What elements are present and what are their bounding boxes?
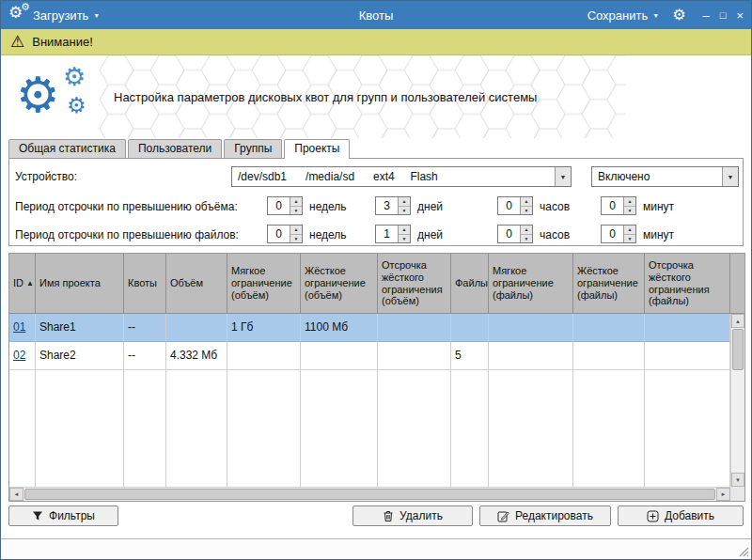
- spin-up-button[interactable]: ▲: [290, 197, 302, 207]
- column-header-grace-files[interactable]: Отсрочка жёсткого ограничения (файлы): [645, 254, 730, 314]
- tab-users[interactable]: Пользователи: [128, 139, 222, 158]
- scroll-up-button[interactable]: ▲: [731, 314, 744, 328]
- spin-up-button[interactable]: ▲: [399, 226, 410, 235]
- cell-project-name: Share2: [36, 342, 124, 370]
- spinner-value: 0: [498, 226, 520, 242]
- column-header-label: ID: [13, 277, 24, 289]
- weeks-unit-label: недель: [309, 200, 347, 213]
- volume-days-spinner[interactable]: 3 ▲▼: [375, 196, 411, 215]
- spin-down-button[interactable]: ▼: [290, 207, 302, 215]
- save-button[interactable]: Сохранить ▼: [588, 8, 660, 23]
- column-header-hard-limit-volume[interactable]: Жёсткое ограничение (объём): [301, 254, 378, 314]
- spin-down-button[interactable]: ▼: [290, 235, 302, 243]
- files-days-spinner[interactable]: 1 ▲▼: [375, 225, 411, 243]
- table-header: ID ▲ Имя проекта Квоты Объём Мягкое огра…: [9, 254, 730, 314]
- spin-up-button[interactable]: ▲: [521, 226, 532, 235]
- spin-up-button[interactable]: ▲: [624, 226, 635, 235]
- volume-weeks-spinner[interactable]: 0 ▲▼: [267, 196, 303, 215]
- scroll-left-button[interactable]: ◄: [9, 488, 24, 501]
- spin-down-button[interactable]: ▼: [624, 207, 635, 215]
- spin-down-button[interactable]: ▼: [521, 207, 532, 215]
- volume-minutes-spinner[interactable]: 0 ▲▼: [601, 196, 636, 215]
- spin-up-button[interactable]: ▲: [399, 197, 410, 207]
- cell-grace-files: [645, 314, 730, 342]
- edit-button[interactable]: Редактировать: [479, 506, 611, 526]
- column-header-soft-limit-volume[interactable]: Мягкое ограничение (объём): [227, 254, 301, 314]
- add-button-label: Добавить: [665, 509, 714, 522]
- filters-button[interactable]: Фильтры: [8, 506, 118, 526]
- vertical-scrollbar[interactable]: ▲ ▼: [730, 314, 744, 487]
- files-weeks-spinner[interactable]: 0 ▲▼: [267, 225, 303, 243]
- row-id-link[interactable]: 01: [13, 320, 25, 334]
- warning-icon: ⚠: [10, 34, 24, 50]
- quota-status-select[interactable]: Включено ▼: [591, 166, 739, 187]
- column-header-volume[interactable]: Объём: [166, 254, 227, 314]
- edit-button-label: Редактировать: [515, 509, 593, 522]
- spin-down-button[interactable]: ▼: [399, 207, 410, 215]
- gear-icon: ⚙: [63, 65, 86, 90]
- device-label: Устройство:: [15, 170, 77, 183]
- gear-icon: ⚙: [21, 2, 30, 12]
- chevron-down-icon: ▼: [555, 167, 571, 186]
- spin-up-button[interactable]: ▲: [521, 197, 532, 207]
- add-button[interactable]: Добавить: [618, 506, 744, 526]
- load-button[interactable]: Загрузить ▼: [33, 8, 100, 23]
- spacer: [118, 506, 352, 526]
- delete-button[interactable]: Удалить: [352, 506, 473, 526]
- close-button[interactable]: ×: [736, 9, 744, 22]
- column-header-soft-limit-files[interactable]: Мягкое ограничение (файлы): [489, 254, 573, 314]
- spin-up-button[interactable]: ▲: [624, 197, 635, 207]
- files-hours-spinner[interactable]: 0 ▲▼: [497, 225, 533, 243]
- column-header-quotas[interactable]: Квоты: [124, 254, 166, 314]
- device-select[interactable]: /dev/sdb1 /media/sd ext4 Flash ▼: [231, 166, 572, 187]
- tab-projects[interactable]: Проекты: [284, 139, 350, 159]
- load-button-label: Загрузить: [33, 8, 88, 23]
- cell-soft-limit-volume: 1 Гб: [227, 314, 301, 342]
- spin-down-button[interactable]: ▼: [624, 235, 635, 243]
- chevron-down-icon: ▼: [652, 12, 659, 19]
- cell-id: 02: [9, 342, 36, 370]
- table-row[interactable]: 02 Share2 -- 4.332 Мб 5: [9, 342, 730, 370]
- warning-banner: ⚠ Внимание!: [1, 29, 751, 55]
- grace-files-label: Период отсрочки по превышению файлов:: [15, 228, 239, 241]
- column-header-grace-volume[interactable]: Отсрочка жёсткого ограничения (объём): [378, 254, 451, 314]
- cell-grace-files: [645, 342, 730, 370]
- column-header-files[interactable]: Файлы: [451, 254, 489, 314]
- column-header-project-name[interactable]: Имя проекта: [36, 254, 124, 314]
- days-unit-label: дней: [417, 200, 443, 213]
- add-plus-icon: [647, 510, 659, 522]
- hours-unit-label: часов: [540, 228, 570, 241]
- table-row[interactable]: 01 Share1 -- 1 Гб 1100 Мб: [9, 314, 730, 342]
- chevron-down-icon: ▼: [93, 12, 100, 19]
- gear-icon: ⚙: [67, 95, 86, 117]
- scroll-down-button[interactable]: ▼: [731, 473, 744, 487]
- cell-soft-limit-files: [489, 342, 573, 370]
- cell-hard-limit-files: [573, 314, 645, 342]
- horizontal-scrollbar[interactable]: ◄ ►: [9, 487, 730, 501]
- cell-files: 5: [451, 342, 489, 370]
- tab-general-statistics[interactable]: Общая статистика: [8, 139, 126, 158]
- hours-unit-label: часов: [540, 200, 570, 213]
- minutes-unit-label: минут: [643, 200, 674, 213]
- resize-grip[interactable]: [738, 546, 749, 557]
- row-id-link[interactable]: 02: [13, 349, 25, 362]
- column-header-hard-limit-files[interactable]: Жёсткое ограничение (файлы): [573, 254, 645, 314]
- scroll-right-button[interactable]: ►: [716, 488, 730, 501]
- cell-grace-volume: [378, 342, 451, 370]
- tab-groups[interactable]: Группы: [224, 139, 282, 158]
- spin-up-button[interactable]: ▲: [290, 226, 302, 235]
- column-header-id[interactable]: ID ▲: [9, 254, 36, 314]
- spin-down-button[interactable]: ▼: [399, 235, 410, 243]
- cell-soft-limit-files: [489, 314, 573, 342]
- settings-gear-icon[interactable]: ⚙: [672, 8, 685, 23]
- vertical-scrollbar-thumb[interactable]: [732, 329, 744, 370]
- minimize-button[interactable]: –: [703, 9, 710, 22]
- spin-down-button[interactable]: ▼: [521, 235, 532, 243]
- files-minutes-spinner[interactable]: 0 ▲▼: [601, 225, 636, 243]
- cell-id: 01: [9, 314, 36, 342]
- volume-hours-spinner[interactable]: 0 ▲▼: [497, 196, 533, 215]
- titlebar: ⚙ ⚙ Загрузить ▼ Квоты Сохранить ▼ ⚙ – □ …: [1, 1, 751, 29]
- horizontal-scrollbar-thumb[interactable]: [24, 489, 715, 500]
- window-controls: – □ ×: [703, 9, 744, 22]
- maximize-button[interactable]: □: [720, 10, 727, 21]
